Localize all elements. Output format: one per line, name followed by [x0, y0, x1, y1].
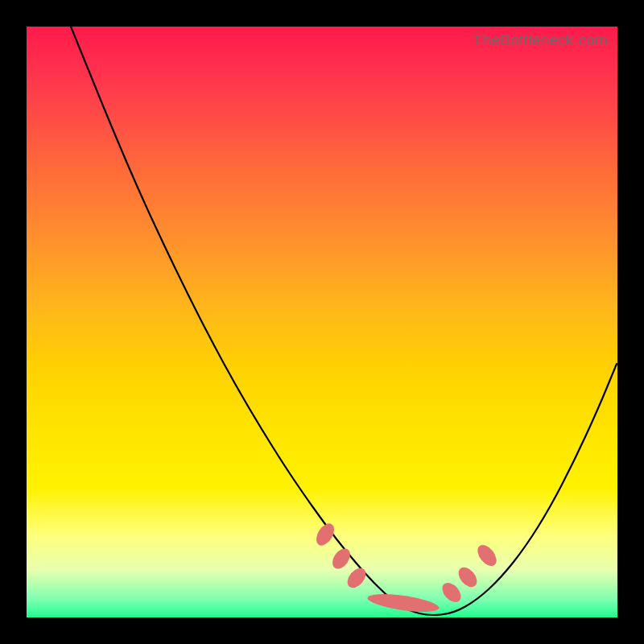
marker-4 [366, 591, 440, 615]
marker-5 [439, 580, 464, 606]
marker-7 [474, 542, 501, 570]
marker-6 [455, 564, 481, 590]
markers-group [312, 521, 500, 616]
plot-area: TheBottleneck.com [27, 27, 617, 617]
chart-frame: TheBottleneck.com [0, 0, 644, 644]
chart-svg [27, 27, 617, 617]
bottleneck-curve [71, 27, 617, 615]
marker-3 [344, 564, 369, 591]
marker-2 [329, 545, 354, 572]
